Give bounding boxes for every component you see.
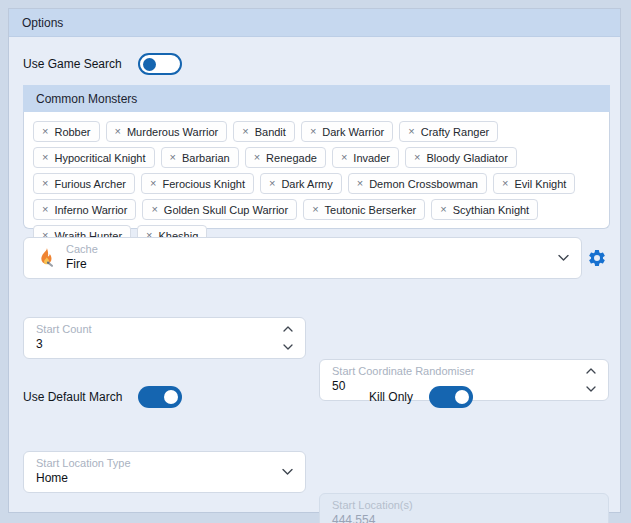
options-panel-header: Options (9, 9, 620, 37)
monster-tag-label: Bloody Gladiator (426, 152, 507, 164)
monster-tag-label: Teutonic Berserker (325, 204, 417, 216)
chevron-up-icon[interactable] (586, 368, 596, 374)
use-default-march-row: Use Default March (23, 386, 182, 408)
monster-tag: ×Bloody Gladiator (405, 147, 517, 168)
monster-tag: ×Crafty Ranger (399, 121, 498, 142)
monster-tag: ×Inferno Warrior (33, 199, 136, 220)
monster-tag: ×Teutonic Berserker (303, 199, 425, 220)
chevron-down-icon[interactable] (282, 469, 293, 476)
cache-row: Cache Fire (23, 237, 610, 279)
use-default-march-toggle[interactable] (138, 386, 182, 408)
remove-tag-icon[interactable]: × (269, 178, 275, 189)
monster-tag: ×Barbarian (161, 147, 239, 168)
use-game-search-label: Use Game Search (23, 57, 122, 71)
common-monsters-header: Common Monsters (23, 85, 610, 112)
remove-tag-icon[interactable]: × (341, 152, 347, 163)
chevron-down-icon[interactable] (586, 386, 596, 392)
start-count-value: 3 (36, 337, 43, 351)
remove-tag-icon[interactable]: × (312, 204, 318, 215)
cache-select[interactable]: Cache Fire (23, 237, 582, 279)
remove-tag-icon[interactable]: × (502, 178, 508, 189)
monster-tag: ×Dark Army (260, 173, 342, 194)
kill-only-row: Kill Only (369, 386, 473, 408)
monster-tag-label: Golden Skull Cup Warrior (164, 204, 288, 216)
start-location-type-select[interactable]: Start Location Type Home (23, 451, 306, 493)
monster-tag: ×Golden Skull Cup Warrior (142, 199, 297, 220)
remove-tag-icon[interactable]: × (357, 178, 363, 189)
use-game-search-row: Use Game Search (23, 53, 182, 75)
cache-label: Cache (66, 243, 98, 255)
kill-only-toggle[interactable] (429, 386, 473, 408)
options-panel: Options Use Game Search Common Monsters … (8, 8, 621, 513)
remove-tag-icon[interactable]: × (254, 152, 260, 163)
monster-tag: ×Robber (33, 121, 100, 142)
kill-only-label: Kill Only (369, 390, 413, 404)
start-count-label: Start Count (36, 323, 92, 335)
chevron-up-icon[interactable] (283, 326, 293, 332)
monster-tag: ×Bandit (233, 121, 295, 142)
monster-tag-label: Evil Knight (514, 178, 566, 190)
remove-tag-icon[interactable]: × (42, 204, 48, 215)
remove-tag-icon[interactable]: × (408, 126, 414, 137)
start-coordinate-randomiser-label: Start Coordinate Randomiser (332, 365, 474, 377)
common-monsters-title: Common Monsters (36, 92, 137, 106)
panel-title: Options (22, 16, 63, 30)
start-locations-field: Start Location(s) 444,554 (319, 493, 609, 523)
monster-tag: ×Dark Warrior (301, 121, 393, 142)
monster-tag: ×Hypocritical Knight (33, 147, 155, 168)
monster-tag-label: Furious Archer (54, 178, 126, 190)
monster-tag: ×Furious Archer (33, 173, 135, 194)
monster-tag: ×Invader (332, 147, 399, 168)
monster-tag-label: Bandit (255, 126, 286, 138)
remove-tag-icon[interactable]: × (310, 126, 316, 137)
monster-tag-label: Crafty Ranger (421, 126, 489, 138)
remove-tag-icon[interactable]: × (115, 126, 121, 137)
monster-tag-label: Hypocritical Knight (54, 152, 145, 164)
remove-tag-icon[interactable]: × (42, 178, 48, 189)
start-coordinate-randomiser-value: 50 (332, 379, 345, 393)
remove-tag-icon[interactable]: × (170, 152, 176, 163)
monster-tag-label: Dark Warrior (322, 126, 384, 138)
common-monsters-panel: Common Monsters ×Robber×Murderous Warrio… (23, 85, 610, 229)
monster-tag: ×Demon Crossbowman (348, 173, 487, 194)
monster-tag-list: ×Robber×Murderous Warrior×Bandit×Dark Wa… (23, 112, 610, 229)
monster-tag: ×Ferocious Knight (141, 173, 254, 194)
use-default-march-label: Use Default March (23, 390, 122, 404)
remove-tag-icon[interactable]: × (414, 152, 420, 163)
monster-tag-label: Renegade (266, 152, 317, 164)
monster-tag-label: Robber (54, 126, 90, 138)
cache-value: Fire (66, 257, 87, 271)
start-location-type-label: Start Location Type (36, 457, 131, 469)
monster-tag: ×Renegade (245, 147, 326, 168)
toggle-knob (143, 58, 156, 71)
gear-icon (587, 248, 607, 268)
start-locations-value: 444,554 (332, 513, 375, 523)
start-location-type-value: Home (36, 471, 68, 485)
toggle-knob (455, 390, 469, 404)
monster-tag-label: Scythian Knight (453, 204, 529, 216)
remove-tag-icon[interactable]: × (242, 126, 248, 137)
remove-tag-icon[interactable]: × (151, 204, 157, 215)
monster-tag: ×Evil Knight (493, 173, 575, 194)
start-count-spinner[interactable]: Start Count 3 (23, 317, 306, 359)
remove-tag-icon[interactable]: × (42, 152, 48, 163)
monster-tag-label: Demon Crossbowman (369, 178, 478, 190)
options-screen: Options Use Game Search Common Monsters … (0, 0, 631, 523)
cache-settings-button[interactable] (584, 248, 610, 268)
monster-tag-label: Inferno Warrior (54, 204, 127, 216)
monster-tag-label: Murderous Warrior (127, 126, 218, 138)
monster-tag: ×Scythian Knight (431, 199, 538, 220)
chevron-down-icon[interactable] (558, 255, 569, 262)
start-locations-label: Start Location(s) (332, 499, 413, 511)
toggle-knob (164, 390, 178, 404)
remove-tag-icon[interactable]: × (42, 126, 48, 137)
monster-tag-label: Barbarian (182, 152, 230, 164)
chevron-down-icon[interactable] (283, 344, 293, 350)
monster-tag-label: Invader (353, 152, 390, 164)
remove-tag-icon[interactable]: × (150, 178, 156, 189)
fire-icon (36, 247, 56, 269)
monster-tag-label: Dark Army (281, 178, 332, 190)
monster-tag-label: Ferocious Knight (162, 178, 245, 190)
use-game-search-toggle[interactable] (138, 53, 182, 75)
remove-tag-icon[interactable]: × (440, 204, 446, 215)
